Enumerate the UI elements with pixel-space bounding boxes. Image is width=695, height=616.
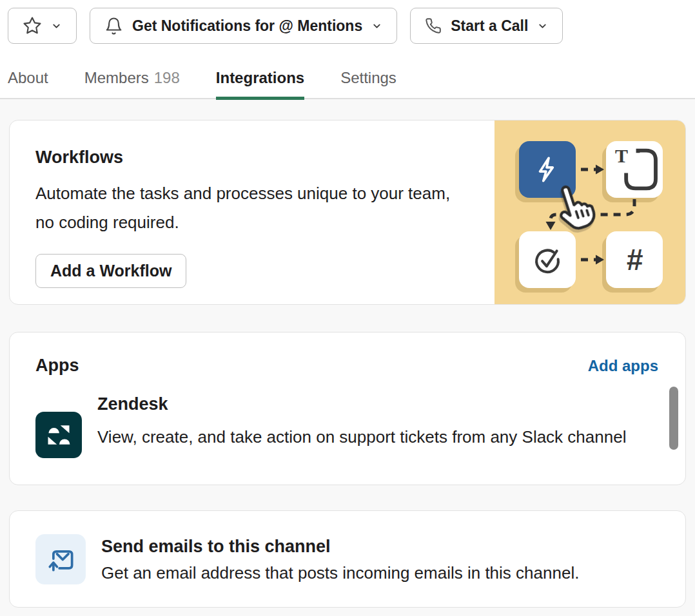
send-emails-text: Send emails to this channel Get an email… [101, 535, 579, 583]
star-channel-button[interactable] [8, 8, 77, 44]
notification-button-label: Get Notifications for @ Mentions [132, 17, 362, 35]
notification-preferences-button[interactable]: Get Notifications for @ Mentions [90, 8, 397, 44]
workflows-description: Automate the tasks and processes unique … [35, 179, 461, 237]
chevron-down-icon [51, 21, 62, 32]
bell-icon [104, 17, 123, 35]
tab-about-label: About [8, 69, 48, 86]
tab-members-label: Members [84, 69, 149, 86]
workflows-title: Workflows [35, 148, 487, 168]
send-emails-description: Get an email address that posts incoming… [101, 563, 579, 583]
tab-integrations-label: Integrations [216, 69, 304, 86]
tab-settings[interactable]: Settings [340, 69, 396, 98]
tab-about[interactable]: About [8, 69, 48, 98]
channel-details-tabs: About Members198 Integrations Settings [0, 52, 695, 99]
chevron-down-icon [371, 21, 382, 32]
app-list-item-zendesk[interactable]: Zendesk View, create, and take action on… [35, 392, 647, 458]
chevron-down-icon [537, 21, 548, 32]
apps-list-viewport: Zendesk View, create, and take action on… [10, 377, 685, 461]
apps-card-header: Apps Add apps [10, 332, 685, 376]
members-count: 198 [154, 69, 180, 86]
integrations-panel: Workflows Automate the tasks and process… [0, 99, 695, 616]
tab-members[interactable]: Members198 [84, 69, 180, 98]
phone-icon [425, 17, 442, 34]
zendesk-logo-icon [35, 412, 82, 458]
add-workflow-button[interactable]: Add a Workflow [35, 254, 186, 288]
workflows-card: Workflows Automate the tasks and process… [9, 120, 686, 305]
send-emails-card[interactable]: Send emails to this channel Get an email… [9, 510, 686, 608]
workflows-card-body: Workflows Automate the tasks and process… [10, 120, 487, 288]
start-call-button[interactable]: Start a Call [410, 8, 563, 44]
channel-actions-bar: Get Notifications for @ Mentions Start a… [0, 0, 695, 52]
star-icon [23, 16, 42, 35]
workflow-illustration: T # [494, 120, 685, 304]
apps-title: Apps [35, 356, 79, 376]
email-forward-icon [35, 534, 86, 584]
app-name: Zendesk [97, 392, 626, 416]
app-item-text: Zendesk View, create, and take action on… [97, 392, 626, 458]
tab-settings-label: Settings [340, 69, 396, 86]
app-description: View, create, and take action on support… [97, 422, 626, 452]
apps-card: Apps Add apps Zendesk View, create, and … [9, 332, 686, 485]
apps-scrollbar-thumb[interactable] [669, 387, 678, 450]
start-call-button-label: Start a Call [451, 17, 528, 35]
tab-integrations[interactable]: Integrations [216, 69, 304, 98]
send-emails-title: Send emails to this channel [101, 535, 579, 558]
add-apps-link[interactable]: Add apps [588, 357, 658, 375]
